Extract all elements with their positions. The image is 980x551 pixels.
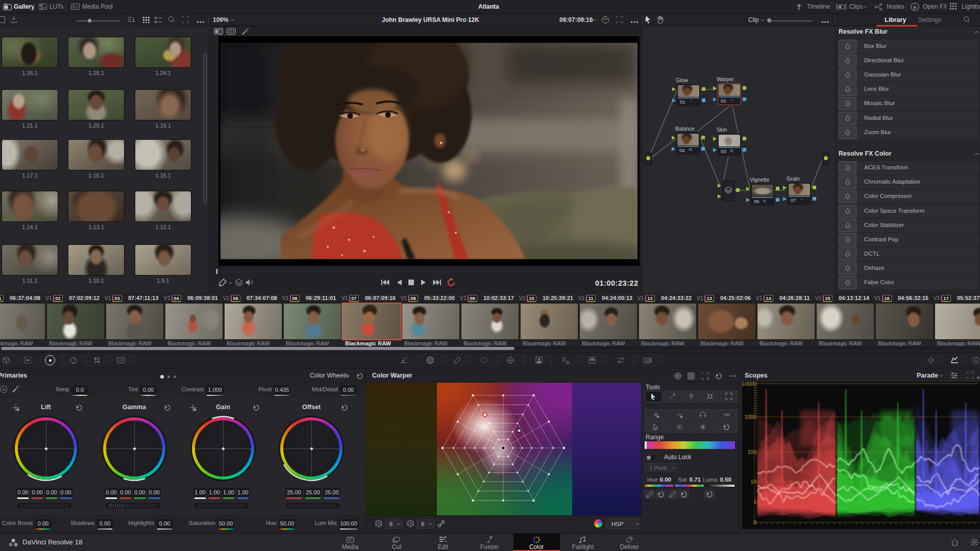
svg-text:0: 0 <box>753 519 756 525</box>
svg-text:10: 10 <box>750 479 756 485</box>
svg-text:150: 150 <box>72 362 76 364</box>
svg-text:1000: 1000 <box>745 414 757 420</box>
svg-text:3D: 3D <box>645 359 649 362</box>
svg-text:A: A <box>2 387 5 392</box>
svg-text:1: 1 <box>753 498 756 505</box>
svg-text:fx: fx <box>913 5 917 10</box>
svg-text:100: 100 <box>747 449 756 455</box>
